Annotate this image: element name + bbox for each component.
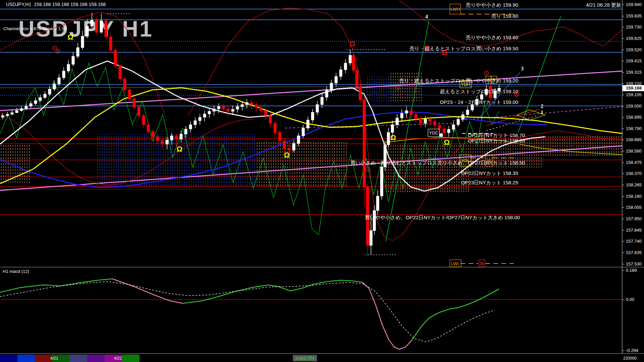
- candle: [410, 111, 413, 115]
- candle: [100, 21, 103, 32]
- candle: [466, 110, 469, 115]
- candle: [255, 105, 258, 107]
- candle: [443, 129, 445, 133]
- candle: [72, 56, 74, 64]
- timeline-segment: [87, 355, 105, 362]
- timeline-segment: [35, 355, 52, 362]
- candle: [227, 109, 229, 111]
- candle: [128, 90, 131, 99]
- pivot-label: W: [486, 77, 491, 82]
- ydc-square: [439, 133, 443, 137]
- timeline-segment: [122, 355, 140, 362]
- price-axis-label: 157.845: [626, 228, 642, 233]
- macd-axis-label: 0.00: [626, 297, 634, 302]
- macd-line: [413, 289, 499, 339]
- candle: [325, 90, 328, 97]
- timeline-segment: [52, 355, 70, 362]
- candle: [175, 136, 178, 139]
- pivot-label: W: [487, 158, 491, 163]
- candle: [380, 167, 383, 196]
- candle: [405, 111, 408, 113]
- candle: [292, 143, 295, 150]
- main-chart-canvas[interactable]: ΩΩΩΩΩΩΩΩLWHYDHWDYDCYDLWLWLM4321159.94015…: [0, 0, 644, 362]
- timeline-segment: [70, 355, 87, 362]
- price-axis-label: 159.625: [626, 36, 642, 41]
- candle: [58, 78, 60, 84]
- candle: [133, 99, 136, 107]
- candle: [476, 99, 478, 105]
- candle: [67, 64, 70, 71]
- candle: [147, 125, 150, 131]
- candle: [236, 107, 239, 109]
- candle: [241, 105, 244, 107]
- candle: [142, 116, 145, 125]
- candle: [39, 98, 42, 101]
- candle: [44, 94, 46, 98]
- candle: [91, 20, 93, 26]
- buy-signal-icon: Ω: [444, 138, 450, 146]
- candle: [25, 106, 28, 109]
- candle: [356, 70, 358, 86]
- candle: [352, 55, 355, 70]
- candle: [53, 84, 56, 89]
- candle: [105, 21, 107, 37]
- candle: [415, 115, 417, 119]
- price-axis-label: 158.790: [626, 126, 642, 131]
- candle: [161, 141, 164, 144]
- pivot-label: M: [480, 261, 484, 266]
- timeline-bar[interactable]: [0, 355, 140, 362]
- buy-signal-icon: Ω: [284, 151, 290, 159]
- macd-signal-line: [0, 282, 495, 342]
- candle: [316, 105, 319, 112]
- candle: [189, 125, 192, 129]
- candle: [302, 128, 305, 136]
- candle: [246, 103, 248, 105]
- candle: [114, 50, 117, 65]
- price-axis-label: 157.530: [626, 261, 642, 266]
- candle: [6, 114, 9, 116]
- candle: [359, 86, 362, 100]
- green-trendline-right: [518, 16, 561, 132]
- candle: [274, 123, 276, 132]
- channel-median-line: [0, 86, 622, 88]
- candle: [349, 55, 352, 63]
- candle: [447, 129, 450, 133]
- candle: [95, 20, 98, 32]
- mt4-chart-window: USDJPY H1 ΩΩΩΩΩΩΩΩLWHYDHWDYDCYDLWLWLM432…: [0, 0, 644, 362]
- candle: [184, 129, 187, 134]
- candle: [480, 95, 483, 99]
- candle: [307, 120, 309, 128]
- candle: [264, 111, 267, 116]
- ichimoku-cloud-hatch: [470, 139, 543, 168]
- macd-toggle-chip[interactable]: macd ON: [293, 355, 317, 361]
- price-axis-label: 158.895: [626, 115, 642, 120]
- price-axis-label: 157.635: [626, 250, 642, 255]
- candle: [81, 36, 84, 48]
- trend-point-number: 1: [541, 110, 543, 115]
- candle: [123, 79, 126, 90]
- candle: [321, 97, 323, 105]
- price-axis-label: 159.940: [626, 2, 642, 7]
- macd-axis-label: -0.294: [626, 348, 638, 353]
- candle: [363, 100, 366, 187]
- sell-signal-icon: Ω: [424, 44, 430, 53]
- candle: [170, 136, 173, 140]
- candle: [283, 141, 286, 148]
- candle: [109, 37, 112, 50]
- candle: [297, 136, 300, 143]
- candle: [452, 125, 455, 129]
- red-indicator-line: [399, 0, 622, 46]
- candle: [269, 116, 272, 123]
- timeline-segment: [0, 355, 17, 362]
- candle: [231, 109, 234, 111]
- candle: [138, 107, 140, 116]
- pink-dashed-line: [453, 107, 622, 121]
- candle: [76, 48, 79, 56]
- price-axis-label: 158.370: [626, 171, 642, 176]
- candle: [366, 187, 369, 245]
- pivot-label: LWL: [451, 261, 460, 266]
- trend-point-number: 3: [521, 66, 524, 71]
- trend-point-number: 2: [541, 103, 543, 109]
- price-axis-label: 159.105: [626, 92, 642, 97]
- candle: [462, 115, 464, 119]
